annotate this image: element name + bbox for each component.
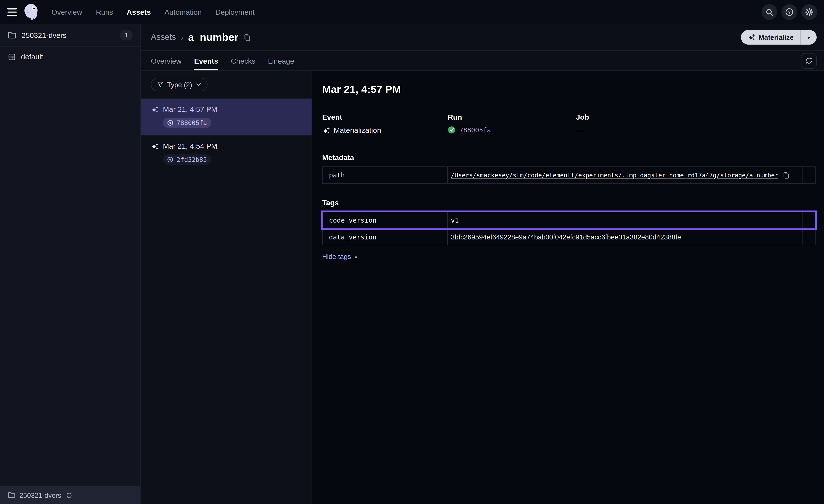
events-list-panel: Type (2) <box>141 71 312 504</box>
folder-icon <box>8 31 16 39</box>
run-target-icon <box>167 120 174 126</box>
tab-checks[interactable]: Checks <box>231 51 255 70</box>
materialization-sparkle-icon <box>151 142 159 150</box>
run-id: 2fd32b85 <box>177 156 207 163</box>
nav-assets[interactable]: Assets <box>127 8 151 16</box>
sidebar: 250321-dvers 1 default 250321-dv <box>0 24 141 504</box>
dagster-logo[interactable] <box>21 2 42 22</box>
metadata-row-path: path /Users/smackesey/stm/code/elementl/… <box>323 167 815 183</box>
chevron-up-icon: ▲ <box>353 254 358 259</box>
nav-overview[interactable]: Overview <box>51 8 82 16</box>
type-filter-dropdown[interactable]: Type (2) <box>151 78 207 91</box>
event-column-label: Event <box>322 113 448 121</box>
main-nav-links: Overview Runs Assets Automation Deployme… <box>51 8 254 16</box>
materialize-dropdown-button[interactable]: ▾ <box>801 30 817 44</box>
tag-value: v1 <box>451 216 459 224</box>
chevron-down-icon <box>196 83 201 86</box>
materialize-label: Materialize <box>758 33 794 41</box>
search-icon <box>765 8 773 16</box>
top-right-actions: ? <box>761 4 817 20</box>
asset-tabs-row: Overview Events Checks Lineage <box>141 51 824 70</box>
tags-section-heading: Tags <box>322 198 816 207</box>
tag-key: code_version <box>323 212 448 228</box>
tab-events[interactable]: Events <box>194 51 218 70</box>
filter-icon <box>157 81 164 88</box>
copy-path-button[interactable] <box>783 171 790 179</box>
metadata-path-link[interactable]: /Users/smackesey/stm/code/elementl/exper… <box>451 171 779 179</box>
run-id-badge: 788005fa <box>163 118 211 128</box>
event-detail-heading: Mar 21, 4:57 PM <box>322 84 816 96</box>
materialization-sparkle-icon <box>322 126 330 134</box>
copy-icon <box>243 33 251 41</box>
code-location-label: 250321-dvers <box>22 31 115 39</box>
settings-button[interactable] <box>802 4 817 20</box>
breadcrumb-assets-link[interactable]: Assets <box>151 32 176 42</box>
job-column-label: Job <box>576 113 816 121</box>
metadata-section-heading: Metadata <box>322 153 816 162</box>
run-id: 788005fa <box>177 119 207 127</box>
asset-count-badge: 1 <box>121 30 132 40</box>
refresh-icon <box>805 57 813 65</box>
hide-tags-toggle[interactable]: Hide tags ▲ <box>322 252 358 260</box>
copy-icon <box>783 171 790 179</box>
event-timestamp: Mar 21, 4:57 PM <box>163 105 217 113</box>
materialize-button[interactable]: Materialize <box>741 30 800 44</box>
run-id-badge: 2fd32b85 <box>163 154 211 165</box>
nav-runs[interactable]: Runs <box>96 8 113 16</box>
sidebar-item-default-group[interactable]: default <box>0 47 140 67</box>
run-column-label: Run <box>448 113 576 121</box>
hamburger-menu-icon[interactable] <box>0 0 17 24</box>
materialize-split-button: Materialize ▾ <box>741 30 817 44</box>
tag-value: 3bfc269594ef649228e9a74bab00f042efc91d5a… <box>451 233 681 241</box>
nav-deployment[interactable]: Deployment <box>215 8 254 16</box>
nav-automation[interactable]: Automation <box>165 8 202 16</box>
footer-location-label: 250321-dvers <box>19 491 61 499</box>
tags-table: code_version v1 data_version 3bfc269594e… <box>322 212 816 245</box>
hide-tags-label: Hide tags <box>322 252 351 260</box>
event-list-item-457pm[interactable]: Mar 21, 4:57 PM 788005fa <box>141 99 312 135</box>
event-timestamp: Mar 21, 4:54 PM <box>163 142 217 150</box>
event-detail-panel: Mar 21, 4:57 PM Event Materialization <box>312 71 824 504</box>
top-nav: Overview Runs Assets Automation Deployme… <box>0 0 824 24</box>
type-filter-label: Type (2) <box>167 81 192 89</box>
main-area: Assets › a_number <box>141 24 824 504</box>
sparkle-icon <box>747 33 755 41</box>
sidebar-footer-code-location[interactable]: 250321-dvers <box>0 486 140 504</box>
breadcrumb-separator: › <box>181 33 183 42</box>
event-summary-row: Event Materialization R <box>322 113 816 135</box>
tab-overview[interactable]: Overview <box>151 51 182 70</box>
tag-row-data-version: data_version 3bfc269594ef649228e9a74bab0… <box>323 228 815 245</box>
page-title: a_number <box>188 31 238 43</box>
run-target-icon <box>167 156 174 163</box>
event-list-item-454pm[interactable]: Mar 21, 4:54 PM 2fd32b85 <box>141 135 312 172</box>
sidebar-item-code-location[interactable]: 250321-dvers 1 <box>0 24 140 46</box>
asset-group-icon <box>8 53 16 60</box>
help-button[interactable]: ? <box>781 4 797 20</box>
asset-group-label: default <box>21 52 132 61</box>
page-header: Assets › a_number <box>141 24 824 50</box>
materialization-sparkle-icon <box>151 105 159 113</box>
tag-row-code-version: code_version v1 <box>323 212 815 228</box>
reload-icon[interactable] <box>66 492 72 499</box>
run-success-icon <box>448 126 455 134</box>
dagster-app: Overview Runs Assets Automation Deployme… <box>0 0 824 504</box>
job-value: — <box>576 126 583 134</box>
folder-icon <box>8 492 15 498</box>
refresh-button[interactable] <box>801 53 817 69</box>
copy-asset-name-button[interactable] <box>243 33 251 41</box>
svg-text:?: ? <box>788 9 791 14</box>
event-type-value: Materialization <box>334 126 381 134</box>
metadata-key: path <box>323 167 448 183</box>
metadata-table: path /Users/smackesey/stm/code/elementl/… <box>322 166 816 183</box>
tab-lineage[interactable]: Lineage <box>268 51 294 70</box>
run-id-link[interactable]: 788005fa <box>459 126 491 134</box>
help-icon: ? <box>785 8 794 16</box>
search-button[interactable] <box>761 4 777 20</box>
tag-key: data_version <box>323 229 448 245</box>
gear-icon <box>805 8 814 16</box>
